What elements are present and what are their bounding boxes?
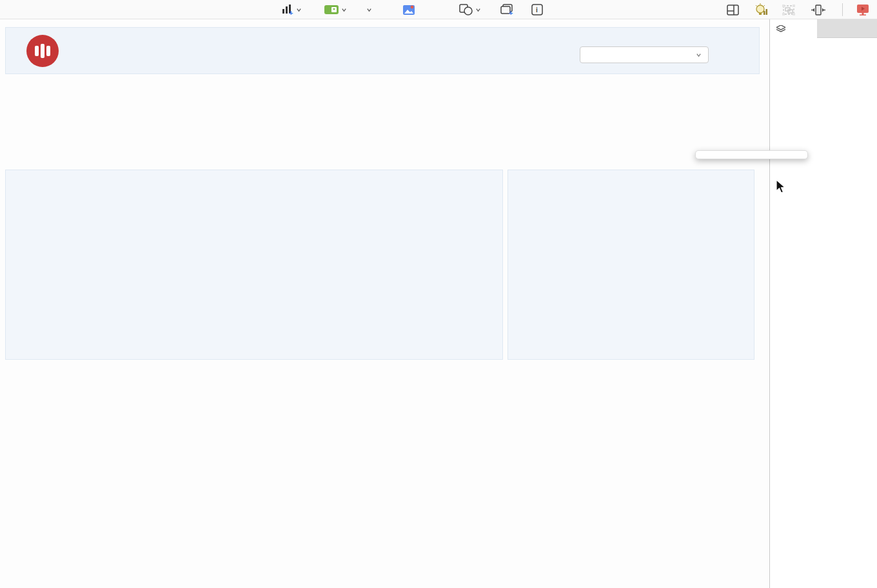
svg-text:+: + [509,9,513,15]
text-tool-button[interactable] [364,1,372,18]
chevron-down-icon [366,7,372,13]
color-style-icon [324,5,339,15]
align-objects-icon [811,4,825,16]
context-menu [695,150,808,159]
duplicate-page-button[interactable]: + [500,1,514,18]
chevron-down-icon [475,7,481,13]
add-chart-icon: + [281,4,294,15]
dashboard-header-panel[interactable] [5,27,760,74]
logo-bar [41,44,44,58]
data-table-container[interactable] [5,368,760,588]
present-button[interactable] [856,1,869,18]
duplicate-page-icon: + [500,4,514,15]
logo-bar [35,46,39,56]
image-tool-icon [402,5,415,15]
group-objects-icon [782,4,796,16]
layers-icon [776,25,785,33]
layout-grid-icon [727,5,739,15]
layers-tab[interactable] [770,19,817,38]
donut-chart [508,170,755,360]
logo-bar [46,46,50,56]
combo-chart-panel[interactable] [5,170,503,360]
toolbar-separator [842,3,843,16]
chevron-down-icon [296,7,302,13]
city-filter-dropdown[interactable] [580,46,709,63]
shapes-tool-icon [459,4,473,15]
editor-canvas [0,19,769,588]
donut-chart-panel[interactable] [507,170,754,360]
combo-chart [6,170,504,360]
design-ideas-icon [754,3,769,16]
layout-grid-button[interactable] [727,1,739,18]
design-ideas-button[interactable] [754,1,769,18]
color-style-button[interactable] [324,1,347,18]
add-chart-button[interactable]: + [281,1,302,18]
image-tool-button[interactable] [402,1,415,18]
company-logo [26,35,59,67]
layers-panel-header [770,19,877,38]
toolbar: + + [0,0,877,19]
layers-panel [769,19,877,588]
shapes-tool-button[interactable] [459,1,481,18]
info-panel-icon: i [531,4,543,15]
align-objects-button[interactable] [811,1,825,18]
chevron-down-icon [341,7,347,13]
svg-text:i: i [536,6,538,14]
info-panel-button[interactable]: i [531,1,543,18]
group-objects-button[interactable] [782,1,796,18]
chevron-down-icon [696,52,702,58]
svg-text:+: + [289,9,293,15]
present-icon [856,4,869,15]
